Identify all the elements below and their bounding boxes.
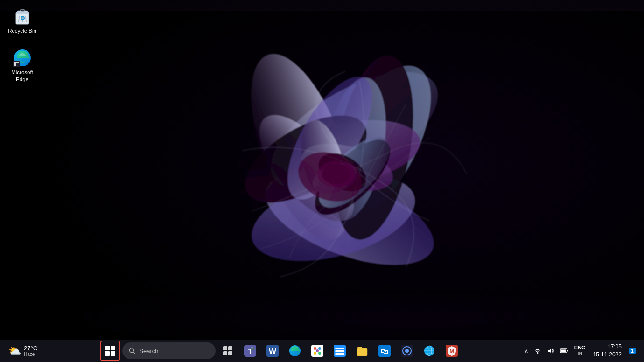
svg-rect-55	[357, 348, 367, 356]
tray-chevron[interactable]: ∧	[523, 347, 530, 355]
svg-line-26	[26, 16, 26, 22]
svg-rect-35	[228, 346, 232, 350]
svg-rect-53	[335, 350, 344, 352]
language-code: ENG	[574, 345, 586, 351]
desktop: ♻ Recycle Bin	[0, 0, 644, 362]
svg-point-61	[405, 349, 409, 353]
taskbar-store[interactable]: 🛍	[374, 341, 395, 361]
language-region: IN	[578, 351, 582, 357]
chevron-up-icon: ∧	[525, 348, 528, 354]
network-icon	[534, 347, 541, 355]
taskbar-tray: ∧	[520, 342, 640, 360]
svg-point-48	[314, 352, 316, 355]
recycle-bin-icon[interactable]: ♻ Recycle Bin	[5, 5, 40, 37]
taskbar-circle-app[interactable]	[397, 341, 417, 361]
taskbar-center: Search T	[43, 341, 519, 361]
task-view-icon	[221, 344, 234, 357]
store-icon: 🛍	[378, 344, 391, 357]
edge-desktop-image	[13, 49, 32, 67]
tray-volume[interactable]	[546, 346, 556, 355]
globe-icon	[423, 344, 436, 357]
svg-point-20	[317, 161, 355, 187]
svg-rect-37	[228, 351, 232, 355]
weather-temperature: 27°C	[24, 345, 37, 352]
volume-icon	[547, 347, 554, 355]
tray-notification[interactable]: 1	[627, 346, 637, 355]
recycle-bin-image: ♻	[13, 7, 32, 26]
svg-rect-54	[335, 353, 344, 355]
taskbar-weather[interactable]: ⛅ 27°C Haze	[4, 345, 42, 357]
search-icon	[129, 348, 135, 354]
taskbar-globe[interactable]	[419, 341, 440, 361]
taskbar-file-explorer[interactable]	[352, 341, 372, 361]
edge-desktop-label: Microsoft Edge	[7, 69, 37, 83]
svg-rect-52	[335, 348, 344, 349]
taskbar-word[interactable]: W	[262, 341, 283, 361]
svg-point-50	[316, 349, 319, 352]
tray-time: 17:05	[608, 343, 622, 351]
weather-icon: ⛅	[8, 345, 21, 357]
weather-condition: Haze	[24, 352, 37, 357]
taskbar-teams[interactable]: T 📹	[240, 341, 260, 361]
desktop-icons: ♻ Recycle Bin	[5, 5, 40, 85]
svg-rect-72	[567, 350, 568, 352]
search-label: Search	[139, 348, 158, 355]
svg-text:📹: 📹	[250, 346, 255, 351]
taskbar-edge[interactable]	[285, 341, 305, 361]
tray-clock[interactable]: 17:05 15-11-2022	[590, 342, 624, 360]
circle-app-icon	[400, 344, 413, 357]
tray-network[interactable]	[532, 346, 543, 355]
file-explorer-icon	[356, 344, 369, 357]
search-button[interactable]: Search	[122, 342, 216, 359]
start-button[interactable]	[100, 341, 120, 361]
svg-marker-31	[14, 62, 19, 66]
security-icon: M	[445, 344, 458, 357]
svg-point-49	[318, 352, 321, 355]
battery-icon	[560, 347, 568, 355]
recycle-bin-label: Recycle Bin	[8, 28, 36, 35]
svg-line-33	[133, 352, 135, 354]
tray-battery[interactable]	[559, 346, 570, 355]
svg-rect-36	[223, 351, 227, 355]
wallpaper	[0, 0, 644, 362]
paint-icon	[311, 344, 324, 357]
svg-rect-71	[561, 350, 566, 352]
svg-point-47	[318, 347, 321, 350]
svg-text:1: 1	[631, 348, 634, 354]
taskbar-paint[interactable]	[307, 341, 328, 361]
svg-text:♻: ♻	[20, 15, 25, 21]
edge-taskbar-icon	[288, 344, 301, 357]
teams-icon: T 📹	[244, 344, 257, 357]
svg-text:🛍: 🛍	[381, 347, 388, 355]
taskbar: ⛅ 27°C Haze	[0, 340, 644, 362]
svg-text:M: M	[450, 348, 454, 354]
notification-icon: 1	[629, 347, 636, 355]
tray-language[interactable]: ENG IN	[573, 344, 588, 357]
settings2-icon	[333, 344, 346, 357]
taskbar-security[interactable]: M	[441, 341, 462, 361]
word-icon: W	[266, 344, 279, 357]
windows-logo	[105, 346, 115, 356]
edge-desktop-icon[interactable]: Microsoft Edge	[5, 46, 40, 85]
svg-text:W: W	[269, 347, 277, 356]
taskbar-settings2[interactable]	[329, 341, 350, 361]
svg-rect-34	[223, 346, 227, 350]
svg-rect-28	[21, 9, 24, 11]
svg-point-69	[537, 352, 538, 354]
svg-line-24	[19, 16, 19, 22]
svg-point-46	[314, 347, 316, 350]
tray-date: 15-11-2022	[593, 351, 622, 359]
taskbar-task-view[interactable]	[217, 341, 238, 361]
